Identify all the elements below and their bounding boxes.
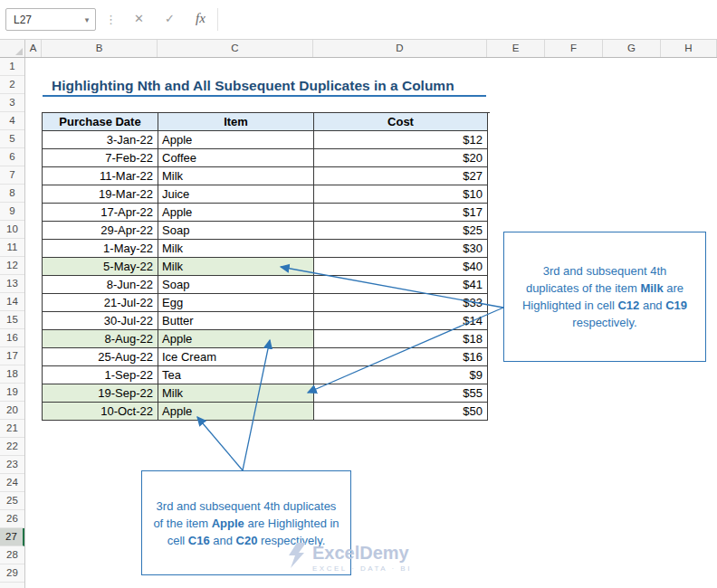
column-header-A[interactable]: A — [25, 40, 42, 57]
cell-item[interactable]: Milk — [158, 384, 314, 403]
row-header-11[interactable]: 11 — [0, 239, 24, 257]
cell-cost[interactable]: $25 — [314, 222, 488, 240]
cell-purchase-date[interactable]: 19-Mar-22 — [43, 185, 158, 204]
row-header-7[interactable]: 7 — [0, 166, 24, 185]
column-header-G[interactable]: G — [603, 40, 661, 57]
cell-purchase-date[interactable]: 7-Feb-22 — [43, 149, 158, 167]
table-header-item[interactable]: Item — [158, 113, 314, 131]
row-header-26[interactable]: 26 — [0, 510, 24, 528]
row-header-17[interactable]: 17 — [0, 347, 24, 365]
cell-cost[interactable]: $12 — [314, 131, 488, 149]
row-header-5[interactable]: 5 — [0, 130, 24, 148]
cell-cost[interactable]: $16 — [314, 348, 488, 366]
cancel-icon[interactable]: ✕ — [134, 13, 144, 25]
cell-item[interactable]: Milk — [158, 167, 314, 185]
column-header-E[interactable]: E — [487, 40, 545, 57]
cell-purchase-date[interactable]: 8-Jun-22 — [43, 276, 158, 294]
row-header-28[interactable]: 28 — [0, 546, 24, 564]
row-header-3[interactable]: 3 — [0, 94, 24, 112]
table-header-cost[interactable]: Cost — [314, 113, 488, 131]
cell-purchase-date[interactable]: 10-Oct-22 — [43, 403, 158, 421]
name-box[interactable]: L27 ▾ — [5, 8, 96, 31]
cell-item[interactable]: Butter — [158, 312, 314, 330]
row-header-4[interactable]: 4 — [0, 112, 24, 130]
formula-bar-divider — [217, 8, 218, 31]
cell-item[interactable]: Ice Cream — [158, 348, 314, 366]
callout-emphasis: C20 — [236, 534, 258, 547]
cell-cost[interactable]: $55 — [314, 384, 488, 403]
column-header-C[interactable]: C — [158, 40, 313, 57]
row-header-13[interactable]: 13 — [0, 275, 24, 293]
cell-item[interactable]: Tea — [158, 366, 314, 384]
cell-purchase-date[interactable]: 17-Apr-22 — [43, 204, 158, 222]
cell-purchase-date[interactable]: 8-Aug-22 — [43, 330, 158, 348]
row-header-23[interactable]: 23 — [0, 456, 24, 474]
column-header-F[interactable]: F — [545, 40, 603, 57]
cell-cost[interactable]: $20 — [314, 149, 488, 167]
row-header-8[interactable]: 8 — [0, 185, 24, 203]
row-header-2[interactable]: 2 — [0, 76, 24, 94]
row-header-14[interactable]: 14 — [0, 293, 24, 311]
row-header-19[interactable]: 19 — [0, 384, 24, 402]
callout-emphasis: C16 — [188, 534, 210, 547]
row-header-10[interactable]: 10 — [0, 221, 24, 239]
column-header-B[interactable]: B — [42, 40, 158, 57]
cell-item[interactable]: Apple — [158, 204, 314, 222]
cell-cost[interactable]: $33 — [314, 294, 488, 312]
cell-purchase-date[interactable]: 19-Sep-22 — [43, 384, 158, 403]
row-header-22[interactable]: 22 — [0, 438, 24, 456]
row-header-12[interactable]: 12 — [0, 257, 24, 275]
name-box-dropdown-icon[interactable]: ▾ — [79, 15, 95, 24]
row-header-9[interactable]: 9 — [0, 203, 24, 221]
row-header-6[interactable]: 6 — [0, 148, 24, 166]
callout-emphasis: C19 — [665, 299, 687, 312]
table-row: 17-Apr-22Apple$17 — [43, 204, 490, 222]
row-header-25[interactable]: 25 — [0, 492, 24, 510]
cell-item[interactable]: Juice — [158, 185, 314, 204]
cell-item[interactable]: Soap — [158, 276, 314, 294]
cell-purchase-date[interactable]: 29-Apr-22 — [43, 222, 158, 240]
row-header-24[interactable]: 24 — [0, 474, 24, 492]
formula-input[interactable] — [223, 8, 715, 31]
cell-purchase-date[interactable]: 25-Aug-22 — [43, 348, 158, 366]
row-header-1[interactable]: 1 — [0, 58, 24, 76]
cell-item[interactable]: Milk — [158, 240, 314, 258]
cell-cost[interactable]: $27 — [314, 167, 488, 185]
cell-purchase-date[interactable]: 11-Mar-22 — [43, 167, 158, 185]
row-header-29[interactable]: 29 — [0, 564, 24, 583]
row-header-15[interactable]: 15 — [0, 311, 24, 329]
row-header-18[interactable]: 18 — [0, 365, 24, 384]
cell-cost[interactable]: $50 — [314, 403, 488, 421]
cell-item[interactable]: Apple — [158, 330, 314, 348]
column-header-D[interactable]: D — [313, 40, 487, 57]
column-header-H[interactable]: H — [661, 40, 717, 57]
cell-cost[interactable]: $14 — [314, 312, 488, 330]
cell-purchase-date[interactable]: 30-Jul-22 — [43, 312, 158, 330]
row-header-21[interactable]: 21 — [0, 420, 24, 438]
cell-purchase-date[interactable]: 3-Jan-22 — [43, 131, 158, 149]
row-header-20[interactable]: 20 — [0, 402, 24, 420]
enter-icon[interactable]: ✓ — [165, 13, 175, 25]
cell-cost[interactable]: $18 — [314, 330, 488, 348]
cell-cost[interactable]: $10 — [314, 185, 488, 204]
cell-purchase-date[interactable]: 1-May-22 — [43, 240, 158, 258]
select-all-corner[interactable] — [0, 40, 25, 57]
cell-purchase-date[interactable]: 1-Sep-22 — [43, 366, 158, 384]
cell-cost[interactable]: $40 — [314, 258, 488, 276]
cell-item[interactable]: Apple — [158, 131, 314, 149]
row-header-27[interactable]: 27 — [0, 528, 24, 546]
cell-purchase-date[interactable]: 21-Jul-22 — [43, 294, 158, 312]
cell-cost[interactable]: $9 — [314, 366, 488, 384]
cell-item[interactable]: Apple — [158, 403, 314, 421]
cell-purchase-date[interactable]: 5-May-22 — [43, 258, 158, 276]
cell-cost[interactable]: $17 — [314, 204, 488, 222]
cell-cost[interactable]: $30 — [314, 240, 488, 258]
cell-cost[interactable]: $41 — [314, 276, 488, 294]
cell-item[interactable]: Soap — [158, 222, 314, 240]
cell-item[interactable]: Coffee — [158, 149, 314, 167]
table-header-purchase-date[interactable]: Purchase Date — [43, 113, 158, 131]
cell-item[interactable]: Egg — [158, 294, 314, 312]
insert-function-icon[interactable]: fx — [196, 11, 206, 26]
cell-item[interactable]: Milk — [158, 258, 314, 276]
row-header-16[interactable]: 16 — [0, 329, 24, 347]
